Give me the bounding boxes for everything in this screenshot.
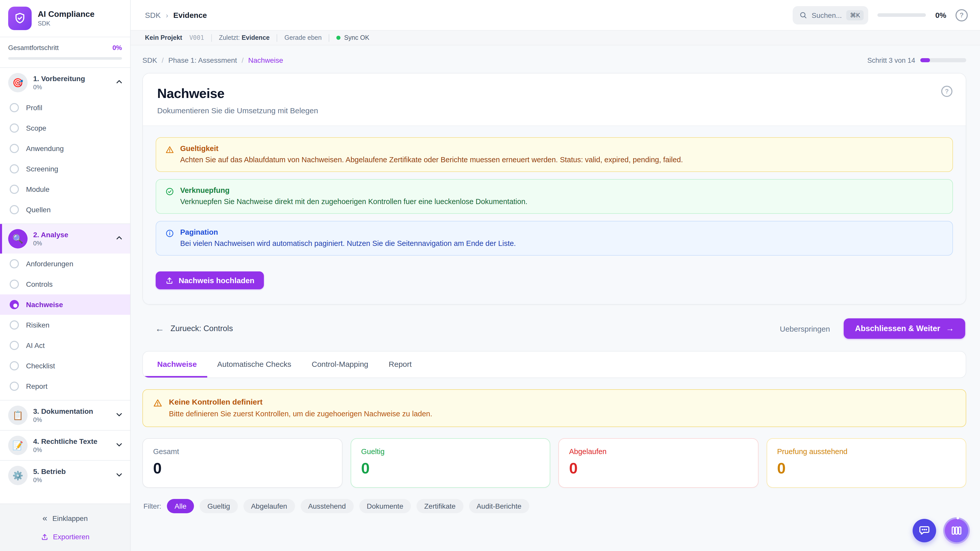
status-bar: Kein Projekt V001 Zuletzt: Evidence Gera…	[130, 30, 980, 45]
sidebar-item-risiken[interactable]: Risiken	[0, 315, 130, 335]
sidebar-item-anforderungen[interactable]: Anforderungen	[0, 254, 130, 274]
step-label: Schritt 3 von 14	[867, 56, 915, 64]
section-percent: 0%	[33, 240, 110, 247]
main-area: SDK › Evidence Suchen... ⌘K 0% ? Kein Pr…	[130, 0, 980, 551]
complete-next-button[interactable]: Abschliessen & Weiter →	[844, 318, 965, 339]
sidebar-section-rechtliche-texte[interactable]: 📝 4. Rechtliche Texte 0%	[0, 430, 130, 460]
tab-bar: Nachweise Automatische Checks Control-Ma…	[142, 351, 966, 378]
check-circle-icon	[165, 187, 174, 196]
overall-progress-bar	[8, 57, 122, 60]
upload-icon	[41, 533, 48, 540]
filter-chip-gueltig[interactable]: Gueltig	[200, 499, 238, 513]
filter-chip-ausstehend[interactable]: Ausstehend	[301, 499, 353, 513]
sidebar-item-label: Module	[26, 185, 49, 193]
divider	[277, 34, 277, 41]
kanban-board-button[interactable]	[945, 519, 968, 542]
search-input[interactable]: Suchen... ⌘K	[793, 6, 868, 24]
skip-button[interactable]: Ueberspringen	[780, 324, 830, 333]
section-percent: 0%	[33, 476, 110, 484]
tab-automatische-checks[interactable]: Automatische Checks	[207, 351, 301, 378]
page-breadcrumb: SDK / Phase 1: Assessment / Nachweise	[142, 56, 283, 64]
sidebar-sections: 🎯 1. Vorbereitung 0% Profil Scope Anwen	[0, 68, 130, 503]
help-icon[interactable]: ?	[941, 86, 953, 97]
topbar-progress-value: 0%	[935, 11, 946, 19]
sidebar-section-analyse[interactable]: 🔍 2. Analyse 0%	[0, 224, 130, 254]
sidebar-item-screening[interactable]: Screening	[0, 159, 130, 179]
sidebar-item-label: Anwendung	[26, 144, 64, 152]
stat-label: Gesamt	[153, 448, 331, 456]
radio-unchecked-icon	[10, 205, 19, 214]
stat-card-gesamt: Gesamt 0	[142, 438, 342, 488]
app-subtitle: SDK	[38, 20, 94, 27]
radio-unchecked-icon	[10, 382, 19, 391]
radio-unchecked-icon	[10, 361, 19, 370]
filter-chip-zertifikate[interactable]: Zertifikate	[417, 499, 463, 513]
export-button[interactable]: Exportieren	[41, 533, 89, 541]
sidebar-item-checklist[interactable]: Checklist	[0, 356, 130, 376]
warning-title: Keine Kontrollen definiert	[169, 397, 432, 406]
section-label: 4. Rechtliche Texte	[33, 437, 110, 445]
radio-unchecked-icon	[10, 341, 19, 350]
upload-evidence-button[interactable]: Nachweis hochladen	[156, 272, 264, 289]
collapse-label: Einklappen	[52, 514, 88, 522]
sidebar-item-module[interactable]: Module	[0, 179, 130, 200]
info-box-title: Pagination	[180, 228, 516, 236]
warning-triangle-icon	[165, 145, 174, 154]
sidebar-item-label: Nachweise	[26, 300, 63, 309]
filter-chip-abgelaufen[interactable]: Abgelaufen	[243, 499, 295, 513]
sidebar-section-betrieb[interactable]: ⚙️ 5. Betrieb 0%	[0, 461, 130, 490]
filter-chip-alle[interactable]: Alle	[167, 499, 194, 513]
back-link[interactable]: ← Zurueck: Controls	[155, 323, 233, 334]
collapse-sidebar-button[interactable]: « Einklappen	[42, 513, 88, 524]
search-icon	[799, 11, 807, 19]
radio-unchecked-icon	[10, 185, 19, 194]
sidebar-item-quellen[interactable]: Quellen	[0, 200, 130, 220]
sidebar-item-label: Screening	[26, 165, 58, 173]
breadcrumb-phase[interactable]: Phase 1: Assessment	[168, 56, 237, 64]
filter-chip-audit-berichte[interactable]: Audit-Berichte	[469, 499, 529, 513]
sidebar-item-scope[interactable]: Scope	[0, 118, 130, 138]
page-subtitle: Dokumentieren Sie die Umsetzung mit Bele…	[157, 106, 951, 115]
double-chevron-left-icon: «	[42, 513, 47, 524]
radio-unchecked-icon	[10, 124, 19, 133]
info-circle-icon	[165, 229, 174, 238]
sidebar-item-profil[interactable]: Profil	[0, 97, 130, 118]
sidebar-section-dokumentation[interactable]: 📋 3. Dokumentation 0%	[0, 400, 130, 430]
sidebar: AI Compliance SDK Gesamtfortschritt 0% 🎯…	[0, 0, 130, 551]
page-content: SDK / Phase 1: Assessment / Nachweise Sc…	[130, 45, 980, 551]
sidebar-item-ai-act[interactable]: AI Act	[0, 335, 130, 356]
chat-button[interactable]	[913, 519, 936, 542]
app-window: AI Compliance SDK Gesamtfortschritt 0% 🎯…	[0, 0, 980, 551]
chevron-right-icon: ›	[166, 11, 168, 19]
step-indicator: Schritt 3 von 14	[867, 56, 966, 64]
filter-chip-dokumente[interactable]: Dokumente	[359, 499, 411, 513]
version-badge: V001	[189, 34, 204, 41]
sidebar-section-vorbereitung[interactable]: 🎯 1. Vorbereitung 0%	[0, 68, 130, 97]
page-title: Nachweise	[157, 86, 951, 102]
sidebar-item-label: Anforderungen	[26, 260, 73, 268]
stat-value: 0	[153, 460, 331, 477]
help-icon[interactable]: ?	[956, 9, 968, 21]
tab-nachweise[interactable]: Nachweise	[143, 351, 207, 378]
stat-value: 0	[569, 460, 748, 477]
topbar: SDK › Evidence Suchen... ⌘K 0% ?	[130, 0, 980, 30]
stat-card-abgelaufen: Abgelaufen 0	[558, 438, 758, 488]
sidebar-item-controls[interactable]: Controls	[0, 274, 130, 294]
sidebar-item-anwendung[interactable]: Anwendung	[0, 138, 130, 159]
section-percent: 0%	[33, 446, 110, 454]
section-percent: 0%	[33, 416, 110, 424]
info-box-body: Bei vielen Nachweisen wird automatisch p…	[180, 239, 516, 248]
chevron-down-icon	[115, 441, 123, 450]
sidebar-item-nachweise[interactable]: Nachweise	[0, 294, 130, 315]
back-link-label: Zurueck: Controls	[170, 324, 233, 333]
breadcrumb-sdk[interactable]: SDK	[142, 56, 157, 64]
stat-cards: Gesamt 0 Gueltig 0 Abgelaufen 0 Pruefung…	[142, 438, 966, 488]
stat-label: Gueltig	[361, 448, 539, 456]
tab-report[interactable]: Report	[379, 351, 422, 378]
breadcrumb-root[interactable]: SDK	[145, 11, 161, 19]
sidebar-item-report[interactable]: Report	[0, 376, 130, 396]
wizard-nav: ← Zurueck: Controls Ueberspringen Abschl…	[155, 318, 965, 339]
tab-control-mapping[interactable]: Control-Mapping	[301, 351, 379, 378]
chevron-up-icon	[115, 78, 123, 87]
info-box-pagination: Pagination Bei vielen Nachweisen wird au…	[156, 221, 953, 256]
